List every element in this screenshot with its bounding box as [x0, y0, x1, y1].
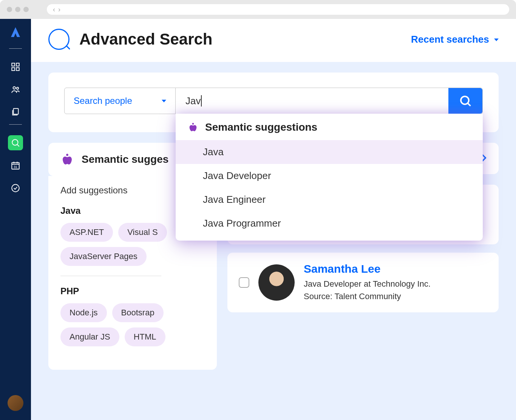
result-avatar[interactable]: [258, 264, 295, 301]
autocomplete-dropdown: Semantic suggestions Java Java Developer…: [176, 114, 483, 241]
result-card: Samantha Lee Java Developer at Technolog…: [227, 253, 499, 312]
user-avatar[interactable]: [8, 395, 23, 411]
nav-dashboard-icon[interactable]: [8, 59, 23, 74]
svg-rect-0: [12, 63, 15, 66]
window-dot[interactable]: [15, 7, 20, 12]
nav-back-icon[interactable]: ‹: [53, 6, 55, 14]
suggestion-pill[interactable]: Node.js: [60, 303, 107, 322]
recent-searches-link[interactable]: Recent searches: [411, 34, 499, 45]
svg-point-7: [12, 139, 18, 145]
svg-rect-3: [16, 68, 19, 71]
svg-point-10: [12, 184, 19, 192]
divider: [9, 48, 22, 49]
svg-point-11: [461, 96, 469, 104]
suggestion-pill[interactable]: Bootsrap: [112, 303, 164, 322]
divider: [9, 124, 22, 125]
semantic-icon: [60, 153, 74, 166]
search-icon: [48, 29, 70, 50]
page-title: Advanced Search: [79, 30, 213, 48]
dropdown-item[interactable]: Java Engineer: [176, 188, 483, 212]
address-bar[interactable]: ‹ ›: [47, 4, 509, 15]
sidebar: 31: [0, 19, 31, 420]
nav-task-icon[interactable]: [8, 181, 23, 196]
svg-point-4: [13, 86, 16, 89]
nav-forward-icon[interactable]: ›: [58, 6, 60, 14]
search-type-select[interactable]: Search people: [65, 88, 176, 114]
suggestion-pill[interactable]: HTML: [125, 327, 165, 346]
nav-search-icon[interactable]: [8, 135, 23, 150]
nav-calendar-icon[interactable]: 31: [8, 158, 23, 173]
suggestion-pill[interactable]: Visual S: [118, 223, 167, 242]
result-name-link[interactable]: Samantha Lee: [304, 262, 487, 275]
suggestion-group-title: PHP: [60, 286, 205, 296]
suggestion-pill[interactable]: ASP.NET: [60, 223, 113, 242]
dropdown-title: Semantic suggestions: [205, 121, 317, 133]
window-dot[interactable]: [23, 7, 29, 12]
search-button[interactable]: [448, 88, 482, 114]
window-dot[interactable]: [7, 7, 12, 12]
page-header: Advanced Search Recent searches: [31, 19, 516, 62]
svg-rect-1: [16, 63, 19, 66]
result-source: Source: Talent Community: [304, 290, 487, 303]
divider: [60, 276, 161, 276]
app-logo[interactable]: [9, 26, 22, 39]
nav-copy-icon[interactable]: [8, 105, 23, 120]
search-input[interactable]: Jav: [185, 95, 201, 107]
nav-people-icon[interactable]: [8, 82, 23, 97]
semantic-icon: [188, 122, 198, 133]
svg-point-5: [17, 87, 19, 89]
result-checkbox[interactable]: [239, 277, 249, 288]
svg-rect-2: [12, 68, 15, 71]
dropdown-item[interactable]: Java Developer: [176, 164, 483, 188]
browser-chrome: ‹ ›: [0, 0, 516, 19]
svg-text:31: 31: [14, 165, 17, 169]
suggestion-pill[interactable]: Angular JS: [60, 327, 119, 346]
result-role: Java Developer at Technology Inc.: [304, 278, 487, 290]
chevron-down-icon: [494, 39, 499, 41]
semantic-title: Semantic sugges: [82, 153, 168, 165]
chevron-down-icon: [162, 100, 166, 102]
suggestion-pill[interactable]: JavaServer Pages: [60, 247, 147, 266]
dropdown-item[interactable]: Java: [176, 140, 483, 164]
text-cursor: [201, 95, 202, 107]
search-card: Search people Jav Semantic suggestions: [48, 73, 499, 132]
dropdown-item[interactable]: Java Programmer: [176, 212, 483, 235]
svg-rect-6: [14, 108, 19, 114]
